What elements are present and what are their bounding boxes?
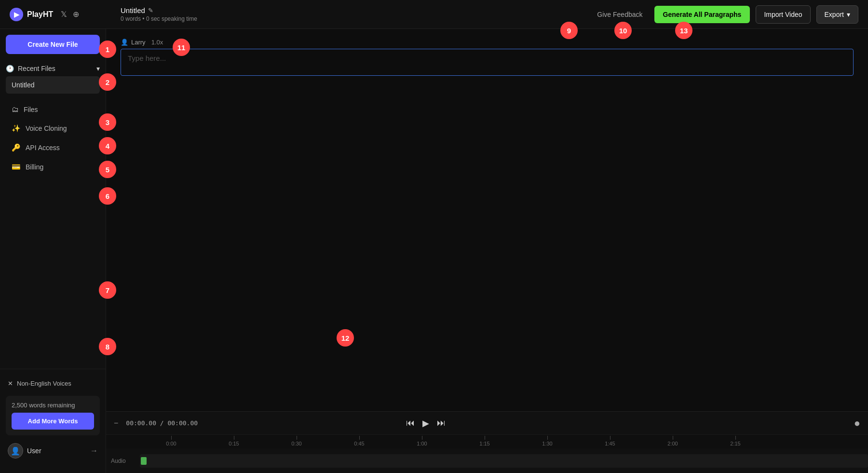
- ruler-tick: 1:15: [453, 436, 516, 446]
- recent-files-chevron-icon: ▾: [96, 65, 100, 72]
- recent-files-label: Recent Files: [18, 65, 55, 72]
- sidebar-bottom: ✕ Non-English Voices 2,500 words remaini…: [0, 369, 106, 467]
- time-display: 00:00.00 / 00:00.00: [126, 419, 198, 427]
- billing-label: Billing: [26, 163, 43, 171]
- ruler-tick: 1:30: [516, 436, 579, 446]
- sidebar-top: Create New File: [0, 35, 106, 60]
- api-icon: 🔑: [12, 143, 21, 152]
- import-video-button[interactable]: Import Video: [756, 5, 810, 24]
- avatar: 👤: [8, 443, 23, 459]
- voice-cloning-label: Voice Cloning: [26, 125, 67, 132]
- main-layout: Create New File 🕐 Recent Files ▾ Untitle…: [0, 29, 868, 473]
- recent-files-toggle[interactable]: 🕐 Recent Files ▾: [6, 60, 100, 76]
- ruler-tick: 0:45: [328, 436, 391, 446]
- file-title-row: Untitled ✎: [121, 6, 153, 14]
- feedback-button[interactable]: Give Feedback: [591, 7, 648, 22]
- sidebar-item-voice-cloning[interactable]: ✨ Voice Cloning: [4, 119, 102, 138]
- app-name: PlayHT: [27, 10, 53, 19]
- words-remaining-widget: 2,500 words remaining Add More Words: [6, 396, 100, 435]
- sidebar-item-api-access[interactable]: 🔑 API Access: [4, 139, 102, 157]
- non-english-label: Non-English Voices: [17, 380, 71, 387]
- ruler-tick: 1:00: [391, 436, 453, 446]
- sidebar: Create New File 🕐 Recent Files ▾ Untitle…: [0, 29, 106, 473]
- logout-icon[interactable]: →: [90, 446, 98, 455]
- export-label: Export: [825, 11, 844, 18]
- create-new-file-button[interactable]: Create New File: [6, 35, 100, 54]
- voice-selector[interactable]: 👤 Larry: [121, 39, 146, 46]
- speed-selector[interactable]: 1.0x: [151, 39, 163, 46]
- content-area: 👤 Larry 1.0x − 00:00.00 / 00:00.00 ⏮ ▶ ⏭: [106, 29, 868, 473]
- player-bar: − 00:00.00 / 00:00.00 ⏮ ▶ ⏭ ●: [106, 411, 868, 434]
- track-content: [140, 454, 868, 468]
- non-english-voices-toggle[interactable]: ✕ Non-English Voices: [6, 375, 100, 392]
- ruler-ticks: 0:000:150:300:451:001:151:301:452:002:15: [106, 436, 767, 446]
- topbar-center: Untitled ✎ 0 words • 0 sec speaking time: [121, 6, 197, 22]
- sidebar-nav: 🗂 Files ✨ Voice Cloning 🔑 API Access 💳 B…: [0, 96, 106, 181]
- clock-icon: 🕐: [6, 65, 14, 72]
- editor-area: 👤 Larry 1.0x: [106, 29, 868, 411]
- file-meta: 0 words • 0 sec speaking time: [121, 15, 197, 22]
- username: User: [27, 447, 41, 455]
- voice-cloning-icon: ✨: [12, 124, 21, 133]
- topbar: ▶ PlayHT 𝕏 ⊕ Untitled ✎ 0 words • 0 sec …: [0, 0, 868, 29]
- timeline-track: Audio: [106, 448, 868, 473]
- billing-icon: 💳: [12, 163, 21, 171]
- app-logo-icon: ▶: [10, 8, 23, 21]
- next-button[interactable]: ⏭: [437, 418, 446, 428]
- ruler-tick: 2:00: [641, 436, 704, 446]
- discord-icon[interactable]: ⊕: [73, 10, 79, 19]
- recent-files-section: 🕐 Recent Files ▾ Untitled: [0, 60, 106, 96]
- social-icons: 𝕏 ⊕: [61, 10, 79, 19]
- topbar-left: ▶ PlayHT 𝕏 ⊕: [10, 8, 79, 21]
- ruler-tick: 0:00: [140, 436, 203, 446]
- timeline-area: 0:000:150:300:451:001:151:301:452:002:15…: [106, 434, 868, 473]
- logo-char: ▶: [14, 11, 19, 18]
- export-button[interactable]: Export ▾: [816, 5, 858, 24]
- user-info: 👤 User: [8, 443, 41, 459]
- paragraph-header: 👤 Larry 1.0x: [121, 39, 854, 46]
- files-icon: 🗂: [12, 105, 19, 113]
- volume-icon[interactable]: ●: [854, 417, 860, 430]
- api-label: API Access: [26, 144, 60, 152]
- time-separator: /: [160, 419, 168, 427]
- sidebar-item-files[interactable]: 🗂 Files: [4, 100, 102, 118]
- files-label: Files: [24, 106, 38, 113]
- paragraph-block: 👤 Larry 1.0x: [121, 39, 854, 78]
- time-current: 00:00.00: [126, 419, 156, 427]
- ruler-tick: 0:30: [265, 436, 328, 446]
- text-input[interactable]: [121, 49, 854, 76]
- ruler-tick: 0:15: [203, 436, 265, 446]
- file-title: Untitled: [121, 6, 145, 14]
- words-remaining-text: 2,500 words remaining: [12, 402, 94, 409]
- topbar-right: Give Feedback Generate All Paragraphs Im…: [591, 5, 858, 24]
- player-controls: ⏮ ▶ ⏭: [406, 418, 446, 429]
- logo-area: ▶ PlayHT: [10, 8, 53, 21]
- ruler-tick: 2:15: [704, 436, 767, 446]
- voice-name: Larry: [131, 39, 146, 46]
- ruler-tick: 1:45: [579, 436, 641, 446]
- non-english-icon: ✕: [8, 380, 13, 387]
- track-marker: [141, 457, 147, 465]
- track-label: Audio: [111, 458, 140, 464]
- sidebar-item-billing[interactable]: 💳 Billing: [4, 158, 102, 176]
- voice-chip-icon: 👤: [121, 39, 128, 46]
- play-button[interactable]: ▶: [422, 418, 429, 429]
- generate-button[interactable]: Generate All Paragraphs: [654, 6, 750, 23]
- user-row: 👤 User →: [6, 440, 100, 461]
- add-more-words-button[interactable]: Add More Words: [12, 413, 94, 430]
- zoom-minus-icon[interactable]: −: [114, 419, 118, 428]
- edit-title-icon[interactable]: ✎: [148, 7, 153, 14]
- recent-file-item[interactable]: Untitled: [6, 76, 100, 94]
- time-total: 00:00.00: [167, 419, 198, 427]
- timeline-ruler: 0:000:150:300:451:001:151:301:452:002:15: [106, 435, 868, 448]
- twitter-icon[interactable]: 𝕏: [61, 10, 67, 19]
- prev-button[interactable]: ⏮: [406, 418, 415, 428]
- export-chevron-icon: ▾: [847, 11, 850, 18]
- recent-files-header-left: 🕐 Recent Files: [6, 65, 55, 72]
